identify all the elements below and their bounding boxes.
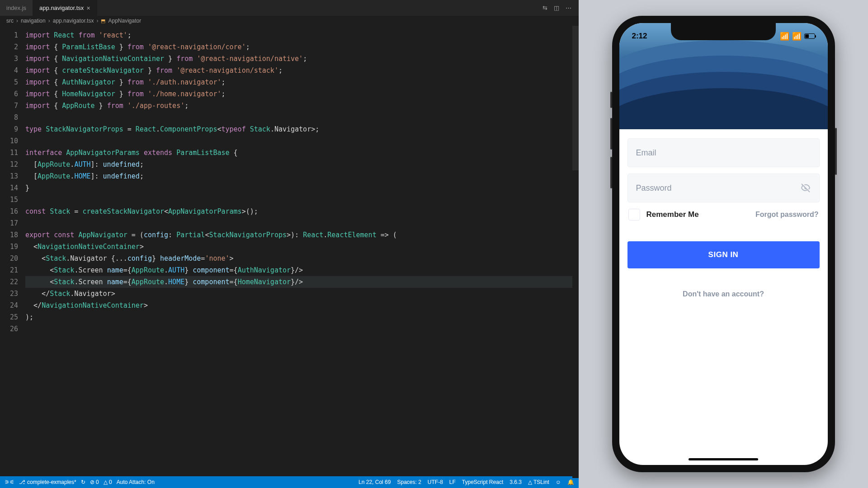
forgot-password-link[interactable]: Forgot password? — [755, 211, 819, 219]
tab-actions: ⇆ ◫ ⋯ — [542, 0, 579, 16]
cursor-position[interactable]: Ln 22, Col 69 — [359, 479, 391, 485]
indentation[interactable]: Spaces: 2 — [397, 479, 421, 485]
feedback-icon[interactable]: ☺ — [556, 479, 561, 485]
tab-index-js[interactable]: index.js — [0, 0, 33, 16]
auto-attach[interactable]: Auto Attach: On — [117, 479, 155, 485]
eol[interactable]: LF — [449, 479, 456, 485]
tslint[interactable]: △ TSLint — [528, 479, 549, 485]
code-editor: index.js app.navigator.tsx × ⇆ ◫ ⋯ src› … — [0, 0, 579, 488]
status-bar: ⚞⚟ ⎇ complete-exmaples* ↻ ⊘ 0 △ 0 Auto A… — [0, 476, 579, 488]
remember-label: Remember Me — [646, 210, 699, 219]
line-number-gutter: 1234567891011121314151617181920212223242… — [0, 26, 25, 476]
symbol-icon: ⬒ — [101, 18, 105, 24]
branch-indicator[interactable]: ⎇ complete-exmaples* — [19, 479, 76, 485]
crumb-folder[interactable]: navigation — [21, 18, 46, 24]
nav-back-icon[interactable]: ⇆ — [542, 5, 547, 11]
tab-label: app.navigator.tsx — [39, 5, 84, 11]
simulator-stage: 2:12 📶 📶 — [579, 0, 868, 488]
split-editor-icon[interactable]: ◫ — [554, 5, 559, 11]
crumb-folder[interactable]: src — [6, 18, 14, 24]
code-content[interactable]: import React from 'react';import { Param… — [25, 26, 579, 476]
crumb-symbol[interactable]: AppNavigator — [108, 18, 141, 24]
crumb-file[interactable]: app.navigator.tsx — [53, 18, 94, 24]
tab-bar: index.js app.navigator.tsx × ⇆ ◫ ⋯ — [0, 0, 579, 16]
phone-screen: 2:12 📶 📶 — [619, 23, 828, 465]
home-indicator[interactable] — [689, 458, 758, 460]
battery-icon — [804, 33, 815, 39]
sync-icon[interactable]: ↻ — [81, 479, 85, 485]
signal-icon: 📶 — [780, 32, 789, 41]
language-mode[interactable]: TypeScript React — [462, 479, 503, 485]
phone-notch — [671, 23, 776, 40]
more-icon[interactable]: ⋯ — [566, 5, 571, 11]
ts-version[interactable]: 3.6.3 — [509, 479, 522, 485]
email-field[interactable] — [636, 148, 811, 158]
tab-label: index.js — [6, 5, 26, 11]
phone-time: 2:12 — [632, 32, 647, 41]
wifi-icon: 📶 — [792, 32, 802, 41]
eye-off-icon[interactable] — [800, 183, 811, 193]
remote-icon[interactable]: ⚞⚟ — [5, 479, 14, 485]
tab-app-navigator[interactable]: app.navigator.tsx × — [33, 0, 97, 16]
password-field[interactable] — [636, 183, 800, 193]
encoding[interactable]: UTF-8 — [428, 479, 443, 485]
phone-device: 2:12 📶 📶 — [612, 16, 835, 472]
code-area[interactable]: 1234567891011121314151617181920212223242… — [0, 26, 579, 476]
breadcrumb[interactable]: src› navigation› app.navigator.tsx› ⬒ Ap… — [0, 16, 579, 26]
signin-button[interactable]: SIGN IN — [627, 241, 820, 268]
errors-count[interactable]: ⊘ 0 — [90, 479, 99, 485]
email-field-wrap[interactable] — [627, 138, 820, 167]
close-icon[interactable]: × — [86, 5, 90, 12]
warnings-count[interactable]: △ 0 — [104, 479, 112, 485]
minimap[interactable] — [572, 26, 579, 476]
notifications-icon[interactable]: 🔔 — [567, 479, 574, 485]
login-form: Remember Me Forgot password? SIGN IN Don… — [619, 129, 828, 298]
no-account-link[interactable]: Don't have an account? — [627, 290, 820, 298]
remember-me[interactable]: Remember Me — [628, 209, 699, 221]
remember-checkbox[interactable] — [628, 209, 640, 221]
password-field-wrap[interactable] — [627, 174, 820, 202]
